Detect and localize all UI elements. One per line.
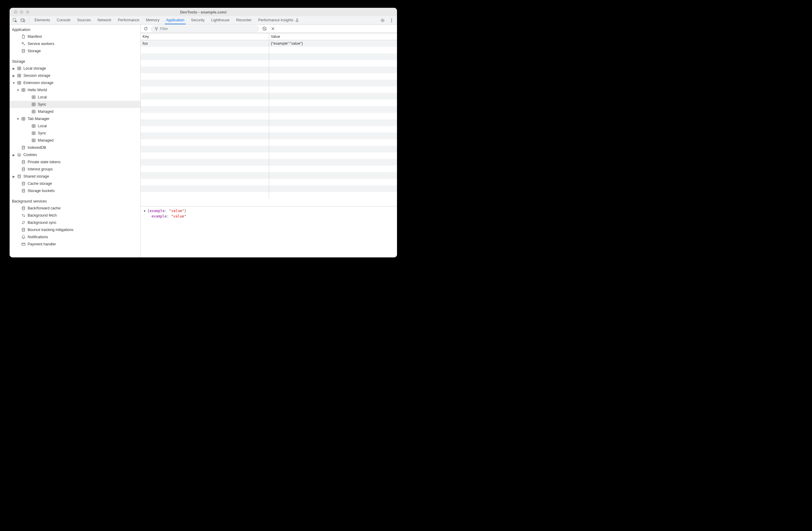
zoom-window-icon[interactable] [26,10,29,14]
sidebar-item-ext-hello-world[interactable]: ▼ Hello World [10,86,141,93]
sidebar-item-storage-buckets[interactable]: Storage buckets [10,187,141,194]
svg-point-6 [391,21,392,22]
sidebar-item-hw-local[interactable]: Local [10,93,141,101]
tab-lighthouse[interactable]: Lighthouse [210,16,231,24]
cookie-icon [17,152,21,157]
cell-empty [269,179,397,186]
preview-prop: example [149,209,165,213]
cell-empty [141,172,269,179]
document-icon [21,34,26,39]
table-row [141,73,397,80]
minimize-window-icon[interactable] [20,10,24,14]
cell-empty [269,54,397,60]
sidebar-item-extension-storage[interactable]: ▼ Extension storage [10,79,141,86]
tab-elements[interactable]: Elements [33,16,51,24]
cell-empty [141,93,269,100]
sidebar-item-background-fetch[interactable]: Background fetch [10,212,141,219]
tab-sources[interactable]: Sources [76,16,92,24]
cell-empty [141,47,269,54]
sidebar-item-local-storage[interactable]: ▶ Local storage [10,65,141,72]
sidebar-item-storage-overview[interactable]: Storage [10,47,141,55]
sidebar-item-label: Service workers [28,42,54,46]
tab-network[interactable]: Network [96,16,113,24]
svg-point-21 [22,146,25,147]
column-header-value[interactable]: Value [269,33,397,40]
preview-summary[interactable]: {example: "value"} [147,209,186,213]
table-row[interactable]: foo{"example":"value"} [141,40,397,47]
sidebar-item-payment-handler[interactable]: Payment handler [10,240,141,248]
filter-input-wrapper[interactable] [151,26,259,32]
tab-performance[interactable]: Performance [117,16,141,24]
sidebar-item-cache-storage[interactable]: Cache storage [10,180,141,187]
table-icon [31,102,36,107]
svg-point-22 [18,153,21,157]
sidebar-item-interest-groups[interactable]: Interest groups [10,166,141,173]
table-icon [31,131,36,136]
cell-key[interactable]: foo [141,40,269,47]
svg-rect-33 [21,243,25,246]
sidebar-item-hw-managed[interactable]: Managed [10,108,141,115]
sidebar-item-tm-local[interactable]: Local [10,122,141,130]
clear-all-icon[interactable] [261,26,267,32]
tab-recorder[interactable]: Recorder [235,16,253,24]
tab-application[interactable]: Application [165,16,186,24]
sidebar-item-label: Hello World [28,88,47,92]
section-header-storage: Storage [10,58,141,65]
cell-empty [269,192,397,198]
cell-empty [269,93,397,100]
sidebar-item-cookies[interactable]: ▶ Cookies [10,151,141,158]
sidebar-item-bf-cache[interactable]: Back/forward cache [10,205,141,212]
cell-empty [141,106,269,113]
cell-empty [269,146,397,152]
bell-icon [21,235,26,239]
cell-empty [269,67,397,73]
table-icon [21,116,26,121]
sidebar-item-session-storage[interactable]: ▶ Session storage [10,72,141,79]
tab-security[interactable]: Security [190,16,206,24]
refresh-icon[interactable] [143,26,148,32]
cell-empty [269,159,397,166]
sidebar-item-manifest[interactable]: Manifest [10,33,141,40]
sidebar-item-label: IndexedDB [28,146,46,150]
sidebar-item-background-sync[interactable]: Background sync [10,219,141,226]
device-toolbar-icon[interactable] [20,17,26,24]
table-row [141,146,397,152]
delete-selected-icon[interactable] [270,26,276,32]
table-row [141,139,397,146]
value-preview: ▼ {example: "value"} example: "value" [141,206,397,257]
caret-down-icon[interactable]: ▼ [143,209,146,213]
sidebar-item-label: Managed [38,109,54,114]
column-header-key[interactable]: Key [141,33,269,40]
tab-console[interactable]: Console [56,16,72,24]
preview-line[interactable]: example: "value" [151,214,186,218]
storage-viewer: Key Value foo{"example":"value"} ▼ {exam… [141,25,397,257]
sidebar-item-hw-sync[interactable]: Sync [10,101,141,108]
svg-point-9 [22,49,25,50]
sidebar-item-tm-sync[interactable]: Sync [10,130,141,137]
sidebar-item-indexeddb[interactable]: IndexedDB [10,144,141,151]
cell-empty [141,192,269,198]
sidebar-item-tm-managed[interactable]: Managed [10,137,141,144]
inspect-element-icon[interactable] [12,17,18,24]
sidebar-item-notifications[interactable]: Notifications [10,233,141,240]
sidebar-item-bounce-tracking[interactable]: Bounce tracking mitigations [10,226,141,233]
tab-performance-insights[interactable]: Performance insights [257,16,300,24]
sidebar-item-ext-tab-manager[interactable]: ▼ Tab Manager [10,115,141,122]
sidebar-item-shared-storage[interactable]: ▶ Shared storage [10,173,141,180]
sidebar-item-private-state-tokens[interactable]: Private state tokens [10,158,141,166]
cell-value[interactable]: {"example":"value"} [269,40,397,47]
brace-close: } [184,209,186,213]
filter-input[interactable] [160,27,256,31]
table-row [141,80,397,86]
caret-right-icon: ▶ [12,67,16,70]
tab-memory[interactable]: Memory [145,16,161,24]
cell-empty [269,119,397,126]
close-window-icon[interactable] [14,10,17,14]
sidebar-item-service-workers[interactable]: Service workers [10,40,141,47]
database-icon [21,227,26,232]
cell-empty [141,146,269,152]
cell-empty [141,119,269,126]
kebab-menu-icon[interactable] [389,17,395,24]
sidebar-item-label: Storage [28,49,41,53]
settings-gear-icon[interactable] [380,17,386,24]
